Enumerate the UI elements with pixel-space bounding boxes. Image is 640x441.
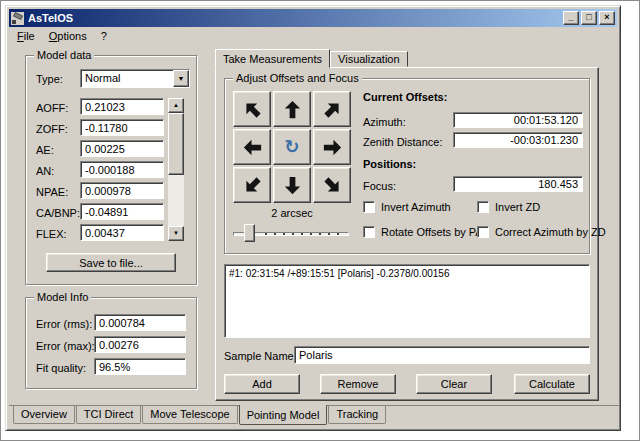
param-field-npae[interactable] [80, 182, 164, 199]
scrollbar-down-button[interactable]: ▼ [168, 226, 184, 241]
add-button[interactable]: Add [224, 374, 300, 394]
correct-azimuth-checkbox[interactable]: Correct Azimuth by ZD [477, 226, 606, 238]
focus-field[interactable] [453, 176, 583, 192]
scrollbar-up-button[interactable]: ▲ [168, 98, 184, 113]
maximize-button[interactable]: □ [581, 11, 597, 25]
param-label-zoff: ZOFF: [36, 123, 68, 135]
client-area: Model data Type: Normal ▼ AOFF: ZOFF: AE… [9, 45, 619, 429]
param-field-zoff[interactable] [80, 119, 164, 136]
rotate-offsets-checkbox[interactable]: Rotate Offsets by PA [363, 226, 483, 238]
param-label-an: AN: [36, 165, 54, 177]
offset-up-button[interactable] [273, 91, 311, 127]
scrollbar-thumb[interactable] [168, 113, 184, 175]
bottom-tab-overview[interactable]: Overview [13, 406, 75, 424]
invert-zd-checkbox[interactable]: Invert ZD [477, 201, 540, 213]
model-info-group: Model Info Error (rms): Error (max): Fit… [25, 297, 197, 389]
offset-down-right-button[interactable] [313, 167, 351, 203]
calculate-button[interactable]: Calculate [514, 374, 590, 394]
sample-name-input[interactable] [294, 346, 590, 364]
tab-visualization[interactable]: Visualization [330, 51, 408, 67]
main-section-tabs: Overview TCI Direct Move Telescope Point… [9, 405, 619, 429]
measurement-list-item[interactable]: #1: 02:31:54 /+89:15:51 [Polaris] -0.237… [226, 267, 588, 280]
menubar: File Options ? [9, 27, 617, 45]
arrow-down-left-icon [236, 169, 269, 202]
arrow-right-icon [321, 136, 344, 159]
type-label: Type: [36, 73, 63, 85]
save-to-file-button[interactable]: Save to file... [46, 253, 176, 272]
menu-file[interactable]: File [10, 28, 42, 44]
app-icon[interactable] [11, 12, 24, 25]
fit-quality-label: Fit quality: [36, 362, 86, 374]
model-data-group-label: Model data [34, 49, 94, 61]
param-label-npae: NPAE: [36, 186, 68, 198]
error-max-label: Error (max): [36, 340, 95, 352]
bottom-tab-tracking[interactable]: Tracking [328, 406, 386, 424]
azimuth-offset-field[interactable] [453, 112, 583, 128]
clear-button[interactable]: Clear [416, 374, 492, 394]
arrow-up-right-icon [316, 93, 349, 126]
param-field-flex[interactable] [80, 224, 164, 241]
offset-arrow-pad: ↻ [233, 91, 351, 203]
chevron-down-icon: ▼ [178, 75, 185, 82]
bottom-tab-move-telescope[interactable]: Move Telescope [142, 406, 237, 424]
offset-up-left-button[interactable] [233, 91, 271, 127]
model-data-group: Model data Type: Normal ▼ AOFF: ZOFF: AE… [25, 55, 197, 285]
offset-left-button[interactable] [233, 129, 271, 165]
step-size-slider[interactable] [231, 221, 351, 245]
param-label-ae: AE: [36, 144, 54, 156]
param-field-ae[interactable] [80, 140, 164, 157]
error-rms-label: Error (rms): [36, 318, 92, 330]
invert-zd-label: Invert ZD [495, 201, 540, 213]
invert-azimuth-checkbox[interactable]: Invert Azimuth [363, 201, 451, 213]
arrow-down-icon [281, 174, 304, 197]
positions-heading: Positions: [363, 158, 416, 170]
params-scrollbar[interactable]: ▲ ▼ [168, 98, 184, 241]
error-max-field[interactable] [94, 336, 186, 353]
take-measurements-page: Adjust Offsets and Focus [215, 67, 599, 401]
model-info-group-label: Model Info [34, 291, 91, 303]
param-label-cabnp: CA/BNP: [36, 207, 80, 219]
invert-azimuth-label: Invert Azimuth [381, 201, 451, 213]
rotate-offsets-label: Rotate Offsets by PA [381, 226, 483, 238]
slider-ticks [265, 233, 343, 235]
checkbox-box[interactable] [363, 201, 375, 213]
zenith-distance-field[interactable] [453, 132, 583, 148]
close-button[interactable]: × [599, 11, 615, 25]
menu-options[interactable]: Options [42, 28, 94, 44]
param-field-cabnp[interactable] [80, 203, 164, 220]
combobox-dropdown-button[interactable]: ▼ [173, 70, 189, 87]
checkbox-box[interactable] [477, 201, 489, 213]
checkbox-box[interactable] [363, 226, 375, 238]
arrow-up-icon [281, 98, 304, 121]
offset-right-button[interactable] [313, 129, 351, 165]
arrow-up-left-icon [236, 93, 269, 126]
menu-help[interactable]: ? [94, 28, 114, 44]
error-rms-field[interactable] [94, 314, 186, 331]
tab-row: Take Measurements Visualization [215, 49, 408, 68]
measurements-tab-control: Take Measurements Visualization Adjust O… [215, 49, 599, 401]
offset-reset-button[interactable]: ↻ [273, 129, 311, 165]
bottom-tab-tci-direct[interactable]: TCI Direct [76, 406, 142, 424]
offset-down-button[interactable] [273, 167, 311, 203]
model-type-combobox[interactable]: Normal ▼ [80, 69, 190, 88]
param-field-aoff[interactable] [80, 98, 164, 115]
step-size-label: 2 arcsec [233, 207, 351, 219]
close-icon: × [604, 12, 609, 22]
fit-quality-field[interactable] [94, 358, 186, 375]
tab-take-measurements[interactable]: Take Measurements [215, 49, 330, 68]
slider-thumb[interactable] [244, 224, 255, 242]
arrow-left-icon [241, 136, 264, 159]
bottom-tab-pointing-model[interactable]: Pointing Model [239, 405, 328, 425]
param-field-an[interactable] [80, 161, 164, 178]
remove-button[interactable]: Remove [320, 374, 396, 394]
minimize-button[interactable]: _ [563, 11, 579, 25]
scroll-down-icon: ▼ [173, 230, 179, 236]
scroll-up-icon: ▲ [173, 102, 179, 108]
measurements-listbox[interactable]: #1: 02:31:54 /+89:15:51 [Polaris] -0.237… [224, 264, 590, 338]
offset-up-right-button[interactable] [313, 91, 351, 127]
param-label-flex: FLEX: [36, 228, 67, 240]
checkbox-box[interactable] [477, 226, 489, 238]
titlebar[interactable]: AsTelOS _ □ × [9, 9, 617, 27]
offset-down-left-button[interactable] [233, 167, 271, 203]
window-title: AsTelOS [28, 12, 73, 24]
